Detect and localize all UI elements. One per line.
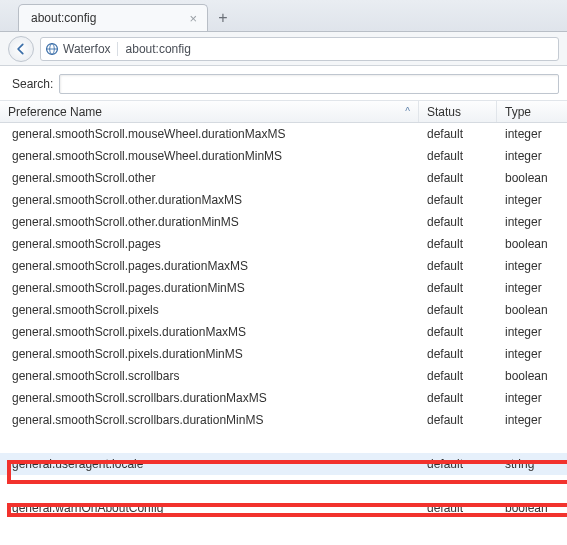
pref-type: boolean	[497, 369, 567, 383]
url-bar[interactable]: Waterfox about:config	[40, 37, 559, 61]
table-row[interactable]: general.smoothScroll.other.durationMaxMS…	[0, 189, 567, 211]
table-row[interactable]	[0, 431, 567, 453]
pref-type: integer	[497, 391, 567, 405]
pref-type: boolean	[497, 303, 567, 317]
pref-type: integer	[497, 127, 567, 141]
pref-status: default	[419, 347, 497, 361]
site-identity[interactable]: Waterfox	[45, 42, 118, 56]
pref-name: general.smoothScroll.pixels.durationMaxM…	[0, 325, 419, 339]
pref-type: string	[497, 457, 567, 471]
pref-status: default	[419, 259, 497, 273]
pref-type: boolean	[497, 501, 567, 515]
pref-status: default	[419, 303, 497, 317]
pref-status: default	[419, 127, 497, 141]
pref-type: integer	[497, 347, 567, 361]
table-header: Preference Name ^ Status Type	[0, 101, 567, 123]
pref-type: integer	[497, 325, 567, 339]
pref-status: default	[419, 149, 497, 163]
new-tab-button[interactable]: +	[210, 7, 236, 29]
url-text: about:config	[122, 42, 191, 56]
pref-name: general.warnOnAboutConfig	[0, 501, 419, 515]
close-icon[interactable]: ×	[189, 12, 197, 25]
table-row[interactable]: general.smoothScroll.scrollbars.duration…	[0, 387, 567, 409]
pref-type: integer	[497, 193, 567, 207]
search-row: Search:	[0, 66, 567, 101]
sort-asc-icon: ^	[405, 106, 410, 117]
pref-name: general.smoothScroll.pages.durationMinMS	[0, 281, 419, 295]
table-row[interactable]: general.smoothScroll.pagesdefaultboolean	[0, 233, 567, 255]
pref-status: default	[419, 325, 497, 339]
table-row[interactable]: general.smoothScroll.scrollbarsdefaultbo…	[0, 365, 567, 387]
pref-name: general.smoothScroll.scrollbars.duration…	[0, 413, 419, 427]
table-row[interactable]: general.smoothScroll.pixels.durationMaxM…	[0, 321, 567, 343]
table-row[interactable]: general.warnOnAboutConfigdefaultboolean	[0, 497, 567, 519]
pref-type: integer	[497, 259, 567, 273]
pref-type: integer	[497, 149, 567, 163]
table-row[interactable]: general.smoothScroll.otherdefaultboolean	[0, 167, 567, 189]
pref-type: boolean	[497, 171, 567, 185]
tab-strip: about:config × +	[0, 0, 567, 32]
table-row[interactable]: general.useragent.localedefaultstring	[0, 453, 567, 475]
table-row[interactable]: general.smoothScroll.mouseWheel.duration…	[0, 123, 567, 145]
pref-name: general.smoothScroll.pages.durationMaxMS	[0, 259, 419, 273]
search-label: Search:	[12, 77, 53, 91]
back-button[interactable]	[8, 36, 34, 62]
pref-status: default	[419, 171, 497, 185]
pref-name: general.smoothScroll.scrollbars	[0, 369, 419, 383]
pref-status: default	[419, 413, 497, 427]
col-header-type[interactable]: Type	[497, 101, 567, 122]
tab-title: about:config	[31, 11, 96, 25]
back-arrow-icon	[14, 42, 28, 56]
pref-type: integer	[497, 281, 567, 295]
table-row[interactable]: general.smoothScroll.pixelsdefaultboolea…	[0, 299, 567, 321]
pref-name: general.smoothScroll.pixels.durationMinM…	[0, 347, 419, 361]
globe-icon	[45, 42, 59, 56]
pref-status: default	[419, 281, 497, 295]
pref-name: general.smoothScroll.other	[0, 171, 419, 185]
nav-bar: Waterfox about:config	[0, 32, 567, 66]
pref-name: general.useragent.locale	[0, 457, 419, 471]
table-row[interactable]: general.smoothScroll.pages.durationMinMS…	[0, 277, 567, 299]
pref-type: integer	[497, 413, 567, 427]
pref-type: boolean	[497, 237, 567, 251]
pref-status: default	[419, 457, 497, 471]
col-header-status[interactable]: Status	[419, 101, 497, 122]
pref-status: default	[419, 391, 497, 405]
pref-name: general.smoothScroll.pages	[0, 237, 419, 251]
col-header-name[interactable]: Preference Name ^	[0, 101, 419, 122]
browser-tab[interactable]: about:config ×	[18, 4, 208, 31]
pref-status: default	[419, 369, 497, 383]
pref-name: general.smoothScroll.other.durationMaxMS	[0, 193, 419, 207]
table-row[interactable]: general.smoothScroll.mouseWheel.duration…	[0, 145, 567, 167]
pref-name: general.smoothScroll.pixels	[0, 303, 419, 317]
table-row[interactable]: general.smoothScroll.pages.durationMaxMS…	[0, 255, 567, 277]
pref-status: default	[419, 501, 497, 515]
table-row[interactable]: general.smoothScroll.pixels.durationMinM…	[0, 343, 567, 365]
pref-type: integer	[497, 215, 567, 229]
table-row[interactable]	[0, 475, 567, 497]
pref-name: general.smoothScroll.mouseWheel.duration…	[0, 149, 419, 163]
pref-status: default	[419, 215, 497, 229]
pref-name: general.smoothScroll.other.durationMinMS	[0, 215, 419, 229]
pref-status: default	[419, 237, 497, 251]
pref-name: general.smoothScroll.mouseWheel.duration…	[0, 127, 419, 141]
identity-label: Waterfox	[63, 42, 111, 56]
pref-table: Preference Name ^ Status Type general.sm…	[0, 101, 567, 519]
table-row[interactable]: general.smoothScroll.other.durationMinMS…	[0, 211, 567, 233]
table-row[interactable]: general.smoothScroll.scrollbars.duration…	[0, 409, 567, 431]
search-input[interactable]	[59, 74, 559, 94]
pref-name: general.smoothScroll.scrollbars.duration…	[0, 391, 419, 405]
pref-status: default	[419, 193, 497, 207]
